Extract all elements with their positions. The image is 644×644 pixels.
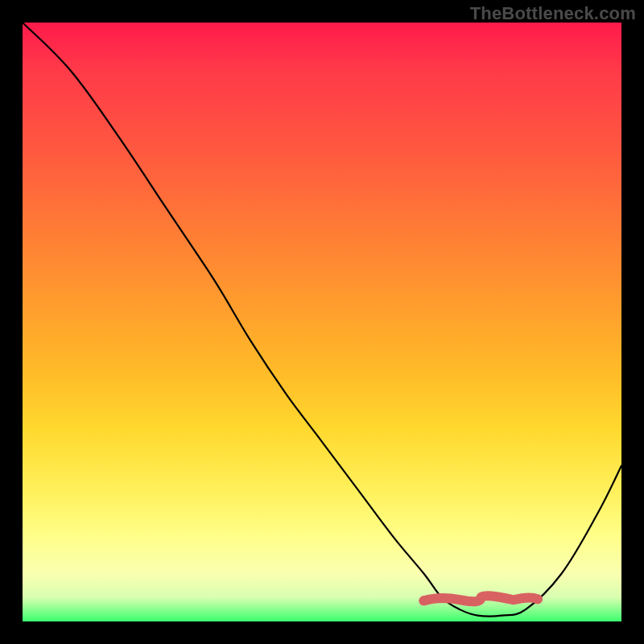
watermark-text: TheBottleneck.com [470, 3, 636, 24]
optimal-band [423, 596, 537, 601]
optimal-band-left-dot [419, 596, 428, 605]
metric-curve [23, 23, 621, 617]
chart-frame: TheBottleneck.com [0, 0, 644, 644]
chart-svg [23, 23, 621, 621]
gradient-plot-area [23, 23, 621, 621]
optimal-band-right-dot [533, 594, 543, 604]
